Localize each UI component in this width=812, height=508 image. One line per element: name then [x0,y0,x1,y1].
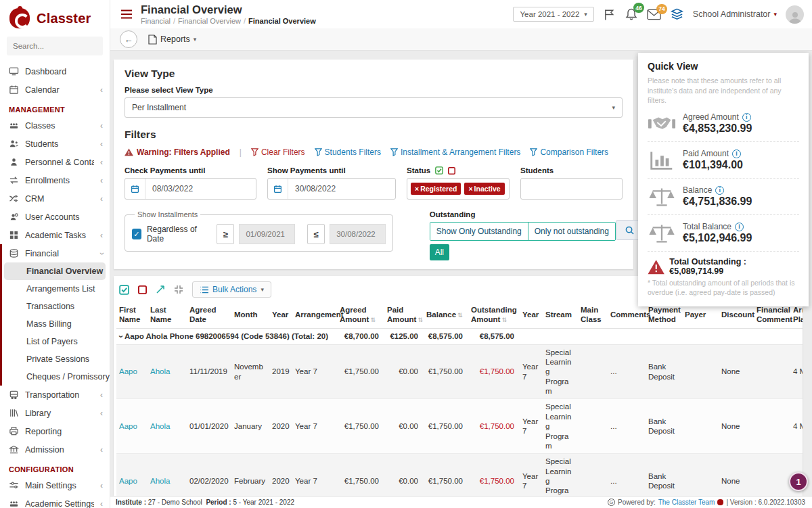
deselect-all-icon[interactable] [138,285,147,294]
clear-filters-button[interactable]: Clear Filters [251,147,305,157]
first-name-link[interactable]: Aapo [119,422,137,430]
status-tags-input[interactable]: ×Registered ×Inactive [407,178,510,200]
col-first-name[interactable]: First Name [116,302,148,328]
view-type-select[interactable]: Per Installment ▾ [125,97,623,118]
info-icon[interactable]: i [742,113,751,122]
sidebar-item-mass-billing[interactable]: Mass Billing [2,315,110,333]
messages-button[interactable]: 74 [647,9,661,20]
remove-tag-icon[interactable]: × [468,185,472,193]
show-only-outstanding-button[interactable]: Show Only Outstanding [430,223,528,240]
classter-team-link[interactable]: The Classter Team [658,499,715,506]
reports-dropdown[interactable]: Reports ▾ [148,34,196,45]
col-year[interactable]: Year [269,302,292,328]
sidebar-item-transactions[interactable]: Transactions [2,298,110,315]
comparison-filters-button[interactable]: Comparison Filters [530,147,608,157]
sidebar-item-academic-settings[interactable]: Academic Settings ‹ [0,494,110,508]
col-arrangement[interactable]: Arrangement [292,302,337,328]
collapse-group-icon[interactable]: ‹ [116,335,126,338]
col-outstanding-amount[interactable]: Outstanding Amount⇅ [468,302,520,328]
regardless-of-date-checkbox[interactable]: ✓ [132,229,141,239]
group-title[interactable]: Aapo Ahola Phone 6982006594 (Code 53846)… [125,332,328,340]
brand-logo[interactable]: Classter [0,0,110,34]
last-name-link[interactable]: Ahola [150,367,170,375]
col-balance[interactable]: Balance⇅ [424,302,468,328]
sidebar-item-main-settings[interactable]: Main Settings ‹ [0,476,110,494]
sidebar-item-personnel[interactable]: Personnel & Contacts ‹ [0,153,110,171]
sidebar-item-financial[interactable]: Financial ‹ [2,244,110,262]
sort-icon[interactable]: ⇅ [370,317,376,323]
info-icon[interactable]: i [715,186,724,195]
sidebar-item-crm[interactable]: CRM ‹ [0,189,110,208]
group-paid-total: €125.00 [384,328,424,344]
only-not-outstanding-button[interactable]: Only not outstanding [528,223,615,240]
sidebar-item-private-sessions[interactable]: Private Sessions [2,350,110,368]
bulk-actions-button[interactable]: Bulk Actions ▾ [192,281,271,298]
sidebar-item-academic-tasks[interactable]: Academic Tasks ‹ [0,226,110,244]
sidebar-item-financial-overview[interactable]: Financial Overview [4,262,106,280]
sidebar-item-list-of-payers[interactable]: List of Payers [2,333,110,350]
year2-cell: Year 7 [520,399,543,454]
col-paid-amount[interactable]: Paid Amount⇅ [384,302,424,328]
flag-button[interactable] [603,8,616,21]
sidebar-item-user-accounts[interactable]: User Accounts [0,208,110,226]
user-menu[interactable]: School Administrator ▾ [693,9,777,19]
year-selector[interactable]: Year 2021 - 2022 ▾ [513,7,593,22]
breadcrumb-item[interactable]: Financial Overview [178,17,241,25]
last-name-link[interactable]: Ahola [150,477,170,485]
first-name-link[interactable]: Aapo [119,367,137,375]
sort-icon[interactable]: ⇅ [501,317,507,323]
notifications-button[interactable]: 46 [625,7,638,21]
balance-cell: €1,750.00 [424,344,468,399]
sidebar-item-classes[interactable]: Classes ‹ [0,116,110,135]
sidebar-item-arrangements-list[interactable]: Arrangements List [2,280,110,298]
sidebar-item-students[interactable]: Students ‹ [0,135,110,153]
col-month[interactable]: Month [231,302,269,328]
all-button[interactable]: All [430,244,449,260]
greater-equal-button[interactable]: ≥ [217,224,234,244]
sidebar-item-dashboard[interactable]: Dashboard [0,62,110,80]
diagonal-arrow-icon[interactable] [156,285,165,294]
avatar[interactable] [786,5,804,24]
show-payments-date-input[interactable]: 30/08/2022 [267,178,396,200]
sort-icon[interactable]: ⇅ [418,317,423,323]
col-agreed-date[interactable]: Agreed Date [187,302,231,328]
info-icon[interactable]: i [735,223,744,231]
col-stream[interactable]: Stream [543,302,578,328]
check-square-icon[interactable] [435,166,443,175]
back-button[interactable]: ← [120,30,137,48]
hamburger-menu-icon[interactable] [120,9,133,19]
first-name-link[interactable]: Aapo [119,477,137,485]
sidebar-item-calendar[interactable]: Calendar ‹ [0,80,110,99]
magnifier-icon [625,226,634,235]
chevron-down-icon: ‹ [97,252,106,255]
check-payments-date-input[interactable]: 08/03/2022 [125,178,256,200]
remove-tag-icon[interactable]: × [415,185,419,193]
table-row: Aapo Ahola 11/11/2019 November 2019 Year… [116,344,803,399]
breadcrumb-item[interactable]: Financial [141,17,171,25]
info-icon[interactable]: i [732,149,741,158]
sort-icon[interactable]: ⇅ [457,312,463,319]
col-main-class[interactable]: Main Class [578,302,608,328]
col-year2[interactable]: Year [520,302,543,328]
sidebar-item-transportation[interactable]: Transportation ‹ [0,386,110,404]
sidebar-item-cheques[interactable]: Cheques / Promissory Notes [2,368,110,386]
search-input[interactable] [7,37,103,55]
less-equal-button[interactable]: ≤ [307,224,325,244]
sidebar-item-library[interactable]: Library ‹ [0,404,110,422]
col-last-name[interactable]: Last Name [148,302,187,328]
installment-arrangement-filters-button[interactable]: Installment & Arrangement Filters [390,147,520,157]
sidebar-item-enrollments[interactable]: Enrollments ‹ [0,171,110,189]
students-filters-button[interactable]: Students Filters [315,147,381,157]
empty-square-icon[interactable] [448,167,455,175]
last-name-link[interactable]: Ahola [150,422,170,430]
select-all-icon[interactable] [119,285,129,295]
students-input[interactable] [520,178,623,200]
status-tag-registered[interactable]: ×Registered [411,183,461,195]
page-number-badge[interactable]: 1 [789,472,808,491]
sidebar-item-admission[interactable]: Admission ‹ [0,440,110,459]
sidebar-item-reporting[interactable]: Reporting [0,422,110,440]
col-agreed-amount[interactable]: Agreed Amount⇅ [337,302,384,328]
collapse-icon[interactable] [174,285,183,294]
status-tag-inactive[interactable]: ×Inactive [464,183,504,195]
layers-button[interactable] [670,7,684,21]
